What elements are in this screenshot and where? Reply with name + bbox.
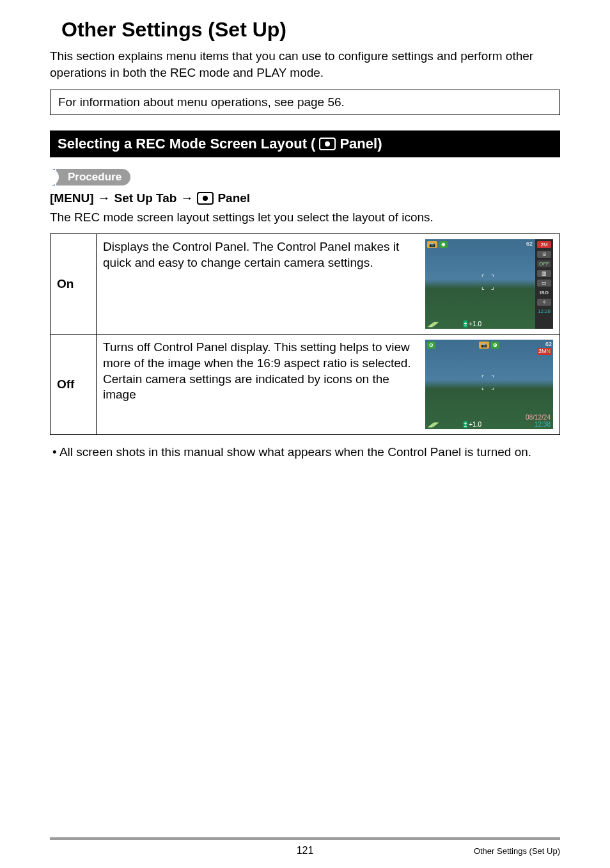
zoom-indicator: ◢◤ [428, 320, 438, 327]
flash-icon: ⊕ [439, 241, 448, 248]
time-value: 12:38 [526, 421, 551, 428]
camera-icon: 📷 [427, 241, 437, 248]
options-table: On Displays the Control Panel. The Contr… [50, 233, 560, 435]
panel-timer-icon: ⊙ [537, 251, 551, 258]
section-heading-prefix: Selecting a REC Mode Screen Layout ( [58, 136, 315, 152]
ev-badge-icon: ± [464, 320, 467, 327]
screenshot-thumbnail-on: 📷 ⊕ ⌜ ⌝⌞ ⌟ ◢◤ ± +1.0 2M ⊙ OFF [425, 239, 553, 329]
footnote-bullet: • All screen shots in this manual show w… [50, 444, 560, 461]
zoom-indicator: ◢◤ [428, 421, 438, 428]
option-off-label: Off [51, 335, 97, 435]
ev-value: +1.0 [469, 421, 481, 428]
panel-time: 12:38 [538, 308, 551, 314]
option-on-description: Displays the Control Panel. The Control … [103, 239, 418, 271]
ev-badge-icon: ± [464, 421, 467, 428]
shots-remaining: 62 [537, 341, 552, 348]
panel-wb-icon: ▥ [537, 270, 551, 277]
size-badge: 2MN [537, 348, 552, 355]
option-on-label: On [51, 234, 97, 335]
focus-brackets-icon: ⌜ ⌝⌞ ⌟ [481, 373, 497, 392]
section-heading-suffix: Panel) [340, 136, 382, 152]
intro-text: This section explains menu items that yo… [50, 48, 560, 81]
procedure-label-row: Procedure [50, 169, 560, 185]
ev-indicator: ± +1.0 [464, 421, 481, 428]
info-note-box: For information about menu operations, s… [50, 90, 560, 115]
layout-intro-text: The REC mode screen layout settings let … [50, 210, 560, 225]
date-value: 08/12/24 [526, 414, 551, 421]
procedure-step-menu: [MENU] [50, 191, 94, 205]
table-row: Off Turns off Control Panel display. Thi… [51, 335, 560, 435]
panel-off-indicator: OFF [537, 260, 551, 267]
footer-section-name: Other Settings (Set Up) [474, 846, 560, 856]
procedure-step-panel: Panel [217, 191, 250, 205]
section-heading: Selecting a REC Mode Screen Layout ( Pan… [50, 130, 560, 157]
flash-icon: ⊕ [491, 342, 499, 349]
page-title: Other Settings (Set Up) [61, 18, 560, 42]
rec-panel-icon [197, 192, 214, 205]
control-panel-sidebar: 2M ⊙ OFF ▥ ▭ ISO ✧ 12:38 [535, 239, 553, 329]
rec-panel-icon [319, 138, 336, 150]
table-row: On Displays the Control Panel. The Contr… [51, 234, 560, 335]
panel-af-icon: ✧ [537, 299, 551, 306]
option-off-description: Turns off Control Panel display. This se… [103, 340, 418, 403]
shots-remaining: 62 [526, 241, 533, 247]
datetime-readout: 08/12/24 12:38 [526, 414, 551, 428]
camera-icon: 📷 [479, 342, 489, 349]
option-off-cell: Turns off Control Panel display. This se… [97, 335, 560, 435]
procedure-step-setup: Set Up Tab [114, 191, 177, 205]
footer-divider [50, 837, 560, 840]
procedure-path: [MENU] → Set Up Tab → Panel [50, 191, 560, 205]
procedure-pill: Procedure [56, 169, 130, 185]
timer-icon: ⊙ [427, 342, 435, 349]
option-on-cell: Displays the Control Panel. The Control … [97, 234, 560, 335]
focus-brackets-icon: ⌜ ⌝⌞ ⌟ [481, 272, 497, 292]
ev-value: +1.0 [469, 320, 481, 327]
panel-burst-icon: ▭ [537, 280, 551, 287]
arrow-icon: → [180, 191, 193, 205]
screenshot-thumbnail-off: ⊙ 📷 ⊕ 62 2MN ⌜ ⌝⌞ ⌟ ◢◤ [425, 340, 553, 429]
panel-size-badge: 2M [537, 241, 551, 248]
panel-iso-label: ISO [537, 289, 551, 296]
arrow-icon: → [98, 191, 111, 205]
ev-indicator: ± +1.0 [464, 320, 481, 327]
page-number: 121 [297, 845, 314, 856]
page-footer: 121 Other Settings (Set Up) [0, 837, 610, 868]
